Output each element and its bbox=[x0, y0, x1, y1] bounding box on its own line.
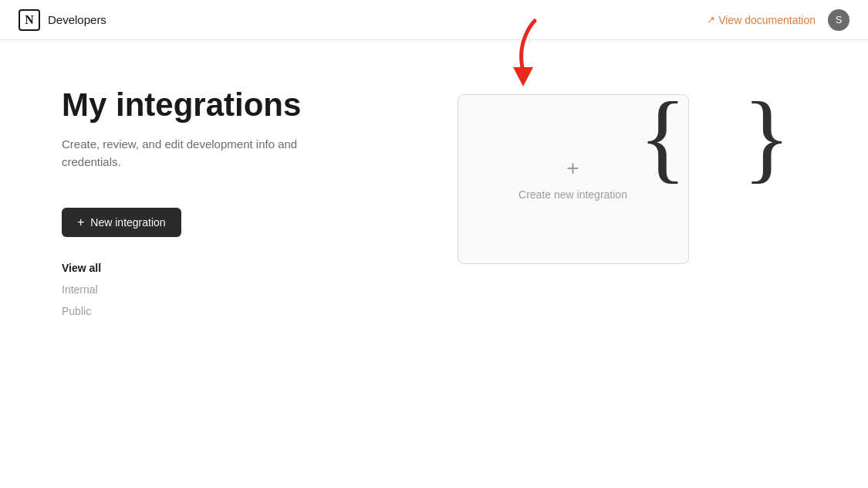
logo-text: N bbox=[25, 13, 34, 27]
header-right: ↗ View documentation S bbox=[707, 9, 849, 31]
main-content: My integrations Create, review, and edit… bbox=[0, 40, 868, 351]
new-integration-button[interactable]: + New integration bbox=[62, 208, 181, 237]
nav-internal[interactable]: Internal bbox=[62, 280, 411, 299]
nav-public[interactable]: Public bbox=[62, 302, 411, 320]
app-header: N Developers ↗ View documentation S bbox=[0, 0, 868, 40]
plus-icon: + bbox=[77, 215, 84, 229]
sidebar: + New integration View all Internal Publ… bbox=[62, 208, 411, 320]
notion-logo: N bbox=[19, 9, 40, 31]
right-section: + Create new integration { } bbox=[411, 86, 807, 320]
nav-view-all[interactable]: View all bbox=[62, 259, 411, 277]
avatar[interactable]: S bbox=[828, 9, 849, 31]
view-docs-link[interactable]: ↗ View documentation bbox=[707, 14, 816, 26]
new-integration-label: New integration bbox=[90, 216, 165, 229]
view-docs-label: View documentation bbox=[718, 14, 816, 26]
svg-marker-0 bbox=[513, 67, 533, 86]
external-link-icon: ↗ bbox=[707, 14, 715, 25]
page-subtitle: Create, review, and edit development inf… bbox=[62, 136, 355, 171]
page-title: My integrations bbox=[62, 86, 411, 124]
card-plus-icon: + bbox=[566, 158, 579, 179]
create-card-label: Create new integration bbox=[518, 188, 627, 201]
left-section: My integrations Create, review, and edit… bbox=[62, 86, 411, 320]
nav-section: View all Internal Public bbox=[62, 259, 411, 320]
header-left: N Developers bbox=[19, 9, 106, 31]
app-title: Developers bbox=[48, 13, 106, 26]
red-arrow bbox=[504, 17, 550, 97]
avatar-initial: S bbox=[836, 14, 843, 25]
braces-decoration: { } bbox=[639, 86, 806, 187]
